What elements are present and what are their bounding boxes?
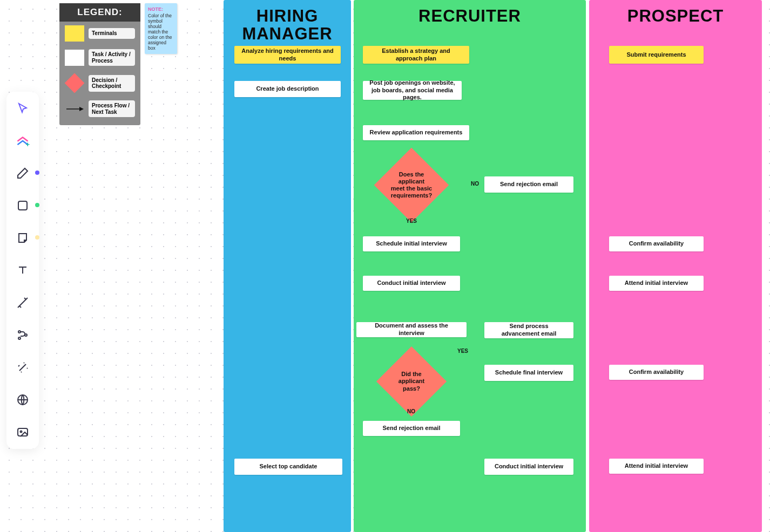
legend-label: Decision / Checkpoint [89, 75, 135, 92]
node-review-application[interactable]: Review application requirements [363, 125, 469, 140]
sticky-tool[interactable] [13, 229, 32, 247]
select-tool[interactable] [13, 99, 32, 118]
node-submit-requirements[interactable]: Submit requirements [609, 46, 704, 64]
svg-text:+: + [25, 140, 30, 148]
edge-label-no: NO [471, 181, 479, 187]
decision-swatch [65, 73, 84, 93]
svg-point-7 [21, 431, 22, 433]
lane-title: RECRUITER [354, 8, 586, 25]
node-attend-initial-2[interactable]: Attend initial interview [609, 459, 704, 474]
svg-marker-9 [79, 107, 84, 111]
decision-text: Did the applicant pass? [387, 357, 436, 406]
mindmap-tool[interactable] [13, 326, 32, 344]
node-conduct-initial-2[interactable]: Conduct initial interview [484, 459, 573, 475]
legend-row-task: Task / Activity / Process [59, 45, 140, 70]
pen-tool[interactable] [13, 164, 32, 182]
node-process-advancement[interactable]: Send process advancement email [484, 322, 573, 338]
shape-tool[interactable] [13, 196, 32, 215]
decision-text: Does the applicant meet the basic requir… [385, 159, 438, 212]
shape-color-dot [35, 203, 39, 207]
note-sticky[interactable]: NOTE: Color of the symbol should match t… [145, 3, 177, 54]
note-body: Color of the symbol should match the col… [148, 13, 174, 51]
legend-label: Process Flow / Next Task [89, 100, 135, 117]
flow-swatch [65, 101, 84, 117]
legend-title: LEGEND: [59, 3, 140, 22]
node-confirm-availability-1[interactable]: Confirm availability [609, 236, 704, 251]
node-create-job-description[interactable]: Create job description [234, 81, 341, 97]
svg-rect-1 [18, 201, 27, 210]
node-attend-initial-1[interactable]: Attend initial interview [609, 276, 704, 291]
sticky-color-dot [35, 235, 39, 240]
node-confirm-availability-2[interactable]: Confirm availability [609, 365, 704, 380]
lane-hiring-manager[interactable]: HIRING MANAGER [224, 0, 351, 532]
templates-tool[interactable]: + [13, 132, 32, 150]
node-schedule-final[interactable]: Schedule final interview [484, 365, 573, 381]
image-tool[interactable] [13, 423, 32, 441]
node-conduct-initial[interactable]: Conduct initial interview [363, 276, 460, 291]
svg-point-2 [18, 331, 21, 333]
web-tool[interactable] [13, 391, 32, 409]
legend-row-decision: Decision / Checkpoint [59, 70, 140, 97]
node-send-rejection-1[interactable]: Send rejection email [484, 176, 573, 193]
edge-label-no-2: NO [407, 408, 415, 414]
legend-label: Task / Activity / Process [89, 49, 135, 66]
node-document-assess[interactable]: Document and assess the interview [356, 322, 467, 337]
node-select-top-candidate[interactable]: Select top candidate [234, 459, 342, 475]
legend-row-terminals: Terminals [59, 22, 140, 45]
decision-applicant-pass[interactable]: Did the applicant pass? [387, 357, 436, 406]
terminal-swatch [65, 25, 84, 42]
text-tool[interactable] [13, 261, 32, 279]
tool-palette: + [6, 92, 39, 449]
legend-row-flow: Process Flow / Next Task [59, 97, 140, 121]
svg-point-3 [18, 337, 21, 339]
lane-title: PROSPECT [589, 8, 762, 25]
edge-label-yes-2: YES [457, 348, 468, 354]
task-swatch [65, 50, 84, 66]
lane-title: HIRING MANAGER [224, 8, 351, 43]
decision-basic-requirements[interactable]: Does the applicant meet the basic requir… [385, 159, 438, 212]
legend-label: Terminals [89, 28, 135, 39]
node-analyze-requirements[interactable]: Analyze hiring requirements and needs [234, 46, 341, 64]
legend-panel[interactable]: LEGEND: Terminals Task / Activity / Proc… [59, 3, 140, 125]
edge-label-yes: YES [406, 218, 417, 224]
node-post-openings[interactable]: Post job openings on website, job boards… [363, 81, 462, 100]
node-establish-strategy[interactable]: Establish a strategy and approach plan [363, 46, 469, 64]
node-schedule-initial[interactable]: Schedule initial interview [363, 236, 460, 251]
note-title: NOTE: [148, 6, 174, 12]
magic-tool[interactable] [13, 358, 32, 377]
pen-color-dot [35, 170, 39, 175]
lane-prospect[interactable]: PROSPECT [589, 0, 762, 532]
connector-tool[interactable] [13, 294, 32, 312]
node-send-rejection-2[interactable]: Send rejection email [363, 421, 460, 436]
